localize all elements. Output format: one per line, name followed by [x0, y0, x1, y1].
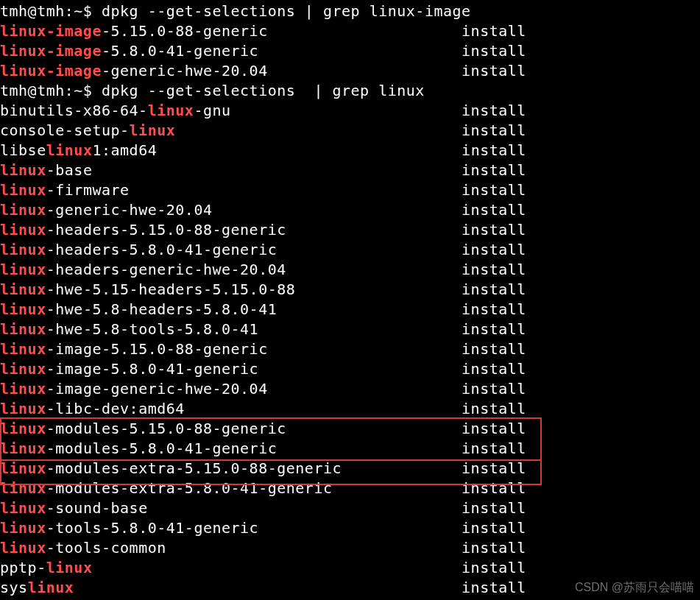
pkg-status: install: [92, 161, 526, 179]
match-highlight: linux: [148, 102, 194, 119]
block2-row: linux-modules-extra-5.15.0-88-generic in…: [0, 459, 700, 479]
block2-row: linux-base install: [0, 160, 700, 180]
prompt-userhost: tmh@tmh:~$: [0, 2, 102, 20]
block2-row: binutils-x86-64-linux-gnu install: [0, 101, 700, 121]
pkg-status: install: [212, 201, 526, 219]
match-highlight: linux: [0, 161, 46, 179]
block2-row: linux-modules-5.15.0-88-generic install: [0, 419, 700, 439]
pkg-suffix: -tools-5.8.0-41-generic: [46, 519, 258, 537]
match-highlight: linux: [0, 440, 46, 457]
block2-row: linux-modules-5.8.0-41-generic install: [0, 439, 700, 459]
pkg-suffix: -generic-hwe-20.04: [102, 62, 268, 80]
block2-row: linux-libc-dev:amd64 install: [0, 399, 700, 419]
pkg-status: install: [268, 62, 526, 80]
command-text: dpkg --get-selections | grep linux-image: [102, 2, 471, 20]
prompt-userhost: tmh@tmh:~$: [0, 82, 102, 99]
block2-row: linux-generic-hwe-20.04 install: [0, 200, 700, 220]
pkg-status: install: [157, 141, 526, 159]
match-highlight: linux: [0, 420, 46, 437]
pkg-status: install: [277, 241, 526, 258]
pkg-status: install: [277, 300, 526, 318]
match-highlight: linux: [0, 459, 46, 477]
block2-row: console-setup-linux install: [0, 121, 700, 141]
pkg-status: install: [277, 440, 526, 457]
match-highlight: linux: [0, 360, 46, 378]
block1-row: linux-image-generic-hwe-20.04 install: [0, 61, 700, 81]
pkg-status: install: [92, 559, 526, 576]
pkg-suffix: -5.8.0-41-generic: [102, 42, 258, 60]
pkg-status: install: [185, 400, 526, 417]
pkg-suffix: -image-generic-hwe-20.04: [46, 380, 268, 398]
match-highlight: linux: [0, 261, 46, 278]
pkg-suffix: -generic-hwe-20.04: [46, 201, 213, 219]
pkg-status: install: [175, 121, 526, 139]
prompt-line[interactable]: tmh@tmh:~$ dpkg --get-selections | grep …: [0, 1, 700, 21]
pkg-suffix: -modules-5.8.0-41-generic: [46, 440, 277, 457]
match-highlight: linux: [46, 559, 93, 576]
match-highlight: linux-image: [0, 42, 102, 60]
block1-row: linux-image-5.15.0-88-generic install: [0, 21, 700, 41]
pkg-status: install: [130, 181, 526, 199]
terminal-output: tmh@tmh:~$ dpkg --get-selections | grep …: [0, 0, 700, 600]
match-highlight: linux: [0, 499, 46, 517]
block2-row: linux-hwe-5.8-tools-5.8.0-41 install: [0, 320, 700, 339]
pkg-suffix: -modules-5.15.0-88-generic: [46, 420, 286, 437]
block2-row: linux-hwe-5.8-headers-5.8.0-41 install: [0, 300, 700, 320]
block1-row: linux-image-5.8.0-41-generic install: [0, 41, 700, 61]
pkg-suffix: -gnu: [194, 102, 230, 119]
match-highlight: linux: [0, 201, 46, 219]
pkg-suffix: -tools-common: [46, 539, 166, 557]
pkg-status: install: [333, 479, 526, 497]
pkg-suffix: -modules-extra-5.15.0-88-generic: [46, 459, 342, 477]
block2-row: linux-image-5.8.0-41-generic install: [0, 359, 700, 379]
pkg-suffix: -hwe-5.15-headers-5.15.0-88: [46, 280, 296, 298]
block2-row: linux-firmware install: [0, 180, 700, 200]
match-highlight: linux: [0, 320, 46, 338]
pkg-suffix: -firmware: [46, 181, 130, 199]
block2-row: linux-headers-5.15.0-88-generic install: [0, 220, 700, 240]
pkg-status: install: [74, 579, 526, 596]
pkg-status: install: [258, 519, 526, 537]
block2-row: libselinux1:amd64 install: [0, 141, 700, 160]
pkg-prefix: libse: [0, 141, 46, 159]
prompt-line[interactable]: tmh@tmh:~$ dpkg --get-selections | grep …: [0, 81, 700, 101]
match-highlight: linux: [0, 280, 46, 298]
match-highlight: linux: [28, 579, 74, 596]
match-highlight: linux: [130, 121, 176, 139]
pkg-status: install: [286, 221, 526, 239]
match-highlight: linux: [0, 221, 46, 239]
pkg-status: install: [342, 459, 526, 477]
pkg-status: install: [258, 320, 526, 338]
block2-row: linux-hwe-5.15-headers-5.15.0-88 install: [0, 280, 700, 300]
match-highlight: linux: [0, 241, 46, 258]
command-text: dpkg --get-selections | grep linux: [102, 82, 425, 99]
pkg-prefix: sys: [0, 579, 28, 596]
pkg-status: install: [295, 280, 526, 298]
match-highlight: linux: [0, 479, 46, 497]
pkg-suffix: -hwe-5.8-headers-5.8.0-41: [46, 300, 277, 318]
block2-row: linux-modules-extra-5.8.0-41-generic ins…: [0, 479, 700, 498]
block2-row: linux-sound-base install: [0, 498, 700, 518]
pkg-suffix: -sound-base: [46, 499, 148, 517]
pkg-prefix: binutils-x86-64-: [0, 102, 148, 119]
pkg-status: install: [268, 380, 526, 398]
match-highlight: linux: [0, 300, 46, 318]
match-highlight: linux: [0, 380, 46, 398]
pkg-suffix: -hwe-5.8-tools-5.8.0-41: [46, 320, 258, 338]
pkg-suffix: -5.15.0-88-generic: [102, 22, 268, 40]
match-highlight: linux: [0, 340, 46, 358]
pkg-suffix: -headers-generic-hwe-20.04: [46, 261, 286, 278]
pkg-suffix: -image-5.15.0-88-generic: [46, 340, 268, 358]
block2-row: linux-headers-generic-hwe-20.04 install: [0, 260, 700, 280]
pkg-suffix: -modules-extra-5.8.0-41-generic: [46, 479, 333, 497]
pkg-status: install: [258, 42, 526, 60]
pkg-status: install: [286, 261, 526, 278]
block2-row: linux-image-5.15.0-88-generic install: [0, 339, 700, 359]
pkg-status: install: [166, 539, 526, 557]
pkg-prefix: console-setup-: [0, 121, 130, 139]
watermark: CSDN @苏雨只会喵喵: [575, 577, 694, 597]
match-highlight: linux-image: [0, 22, 102, 40]
match-highlight: linux: [0, 519, 46, 537]
pkg-suffix: -image-5.8.0-41-generic: [46, 360, 258, 378]
pkg-suffix: 1:amd64: [92, 141, 157, 159]
